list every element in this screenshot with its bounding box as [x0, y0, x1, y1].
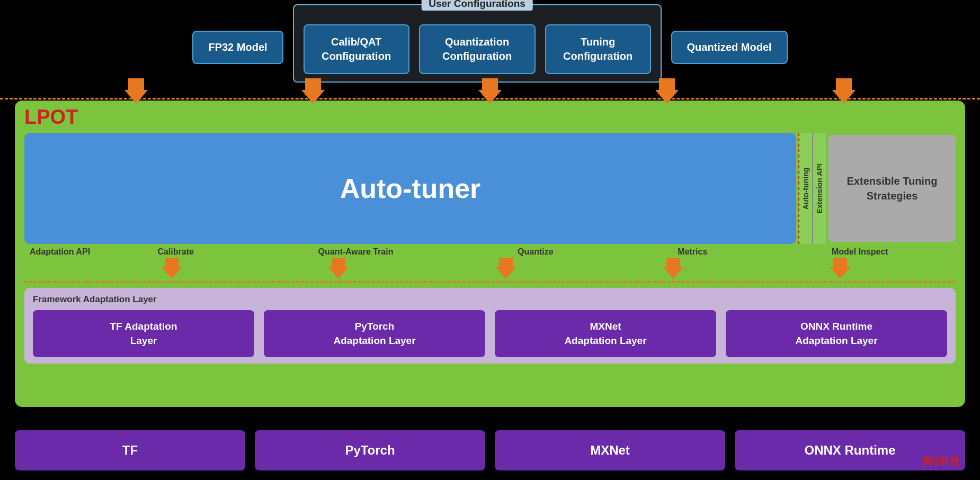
extension-api-label: Extension API	[812, 133, 826, 244]
api-qat: Quant-Aware Train	[318, 247, 394, 257]
arrow-mid-3	[496, 258, 516, 279]
quantized-box: Quantized Model	[671, 31, 788, 64]
arrow-quantization	[478, 78, 502, 104]
extensible-label: Extensible TuningStrategies	[847, 174, 938, 203]
framework-tf: TF AdaptationLayer	[33, 310, 254, 357]
middle-arrows-row	[24, 258, 956, 280]
adaptation-api-label: Adaptation API	[30, 247, 90, 257]
framework-pytorch: PyTorchAdaptation Layer	[264, 310, 485, 357]
arrow-mid-4	[663, 258, 683, 279]
autotuner-box: Auto-tuner	[24, 133, 796, 244]
api-metrics: Metrics	[678, 247, 707, 257]
main-container: FP32 Model User Configurations Calib/QAT…	[0, 0, 980, 480]
bottom-pytorch: PyTorch	[255, 430, 485, 470]
fp32-label: FP32 Model	[208, 41, 267, 53]
extensible-tuning-box: Extensible TuningStrategies	[828, 135, 956, 242]
lpot-container: LPOT Auto-tuner Auto-tuning Extension AP…	[15, 101, 965, 407]
quantized-label: Quantized Model	[687, 41, 772, 53]
auto-tuning-api-label: Auto-tuning	[798, 133, 812, 244]
lpot-label: LPOT	[24, 106, 956, 129]
fp32-box: FP32 Model	[192, 31, 283, 64]
api-model-inspect: Model Inspect	[832, 247, 888, 257]
arrow-mid-5	[830, 258, 850, 279]
tuning-box: TuningConfiguration	[545, 24, 651, 74]
watermark: 网E科技	[923, 455, 960, 468]
framework-mxnet: MXNetAdaptation Layer	[495, 310, 716, 357]
framework-onnx: ONNX RuntimeAdaptation Layer	[726, 310, 947, 357]
api-calibrate: Calibrate	[157, 247, 193, 257]
api-quantize: Quantize	[518, 247, 554, 257]
arrow-tuning	[655, 78, 679, 104]
calib-label: Calib/QATConfiguration	[322, 36, 391, 62]
tuning-label: TuningConfiguration	[563, 36, 632, 62]
user-configs-label: User Configurations	[421, 0, 533, 11]
arrow-calib	[301, 78, 325, 104]
middle-dashed-line	[24, 281, 956, 283]
bottom-boxes: TF PyTorch MXNet ONNX Runtime	[15, 430, 965, 470]
arrow-quantized-model	[832, 78, 856, 104]
quantization-box: QuantizationConfiguration	[419, 24, 536, 74]
calib-box: Calib/QATConfiguration	[304, 24, 409, 74]
bottom-tf: TF	[15, 430, 245, 470]
framework-section: Framework Adaptation Layer TF Adaptation…	[24, 288, 956, 364]
arrow-mid-1	[162, 258, 182, 279]
quantization-label: QuantizationConfiguration	[442, 36, 512, 62]
framework-label: Framework Adaptation Layer	[33, 294, 947, 305]
arrow-fp32	[124, 78, 148, 104]
arrow-mid-2	[328, 258, 349, 279]
autotuner-label: Auto-tuner	[340, 173, 481, 204]
bottom-mxnet: MXNet	[495, 430, 725, 470]
